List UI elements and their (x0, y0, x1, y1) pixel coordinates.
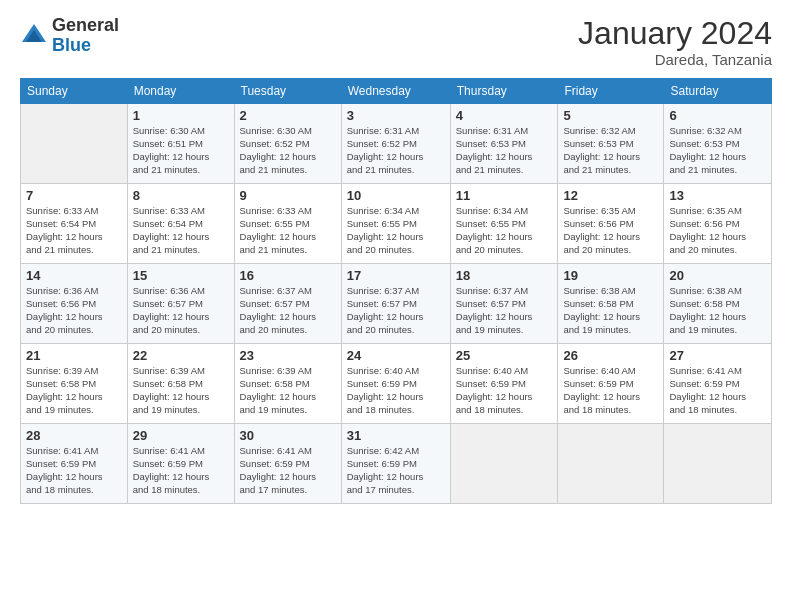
day-number: 25 (456, 348, 553, 363)
calendar-header: SundayMondayTuesdayWednesdayThursdayFrid… (21, 79, 772, 104)
header-day-sunday: Sunday (21, 79, 128, 104)
day-number: 8 (133, 188, 229, 203)
calendar-cell: 3Sunrise: 6:31 AM Sunset: 6:52 PM Daylig… (341, 104, 450, 184)
logo-blue-text: Blue (52, 36, 119, 56)
calendar-cell: 22Sunrise: 6:39 AM Sunset: 6:58 PM Dayli… (127, 344, 234, 424)
logo-text: General Blue (52, 16, 119, 56)
calendar-body: 1Sunrise: 6:30 AM Sunset: 6:51 PM Daylig… (21, 104, 772, 504)
header-day-saturday: Saturday (664, 79, 772, 104)
day-info: Sunrise: 6:37 AM Sunset: 6:57 PM Dayligh… (240, 285, 336, 336)
calendar-cell: 2Sunrise: 6:30 AM Sunset: 6:52 PM Daylig… (234, 104, 341, 184)
day-number: 22 (133, 348, 229, 363)
day-number: 7 (26, 188, 122, 203)
calendar-cell: 16Sunrise: 6:37 AM Sunset: 6:57 PM Dayli… (234, 264, 341, 344)
day-number: 16 (240, 268, 336, 283)
calendar-cell: 26Sunrise: 6:40 AM Sunset: 6:59 PM Dayli… (558, 344, 664, 424)
calendar-cell: 6Sunrise: 6:32 AM Sunset: 6:53 PM Daylig… (664, 104, 772, 184)
day-info: Sunrise: 6:40 AM Sunset: 6:59 PM Dayligh… (347, 365, 445, 416)
calendar-cell: 20Sunrise: 6:38 AM Sunset: 6:58 PM Dayli… (664, 264, 772, 344)
day-number: 1 (133, 108, 229, 123)
day-number: 9 (240, 188, 336, 203)
calendar-cell: 30Sunrise: 6:41 AM Sunset: 6:59 PM Dayli… (234, 424, 341, 504)
day-info: Sunrise: 6:41 AM Sunset: 6:59 PM Dayligh… (133, 445, 229, 496)
day-info: Sunrise: 6:39 AM Sunset: 6:58 PM Dayligh… (133, 365, 229, 416)
month-title: January 2024 (578, 16, 772, 51)
day-number: 4 (456, 108, 553, 123)
calendar-cell: 8Sunrise: 6:33 AM Sunset: 6:54 PM Daylig… (127, 184, 234, 264)
day-info: Sunrise: 6:31 AM Sunset: 6:53 PM Dayligh… (456, 125, 553, 176)
header-day-thursday: Thursday (450, 79, 558, 104)
day-info: Sunrise: 6:38 AM Sunset: 6:58 PM Dayligh… (669, 285, 766, 336)
calendar-cell: 13Sunrise: 6:35 AM Sunset: 6:56 PM Dayli… (664, 184, 772, 264)
day-info: Sunrise: 6:34 AM Sunset: 6:55 PM Dayligh… (347, 205, 445, 256)
day-number: 5 (563, 108, 658, 123)
day-info: Sunrise: 6:32 AM Sunset: 6:53 PM Dayligh… (669, 125, 766, 176)
day-info: Sunrise: 6:36 AM Sunset: 6:56 PM Dayligh… (26, 285, 122, 336)
calendar-cell: 7Sunrise: 6:33 AM Sunset: 6:54 PM Daylig… (21, 184, 128, 264)
day-number: 29 (133, 428, 229, 443)
calendar-cell: 10Sunrise: 6:34 AM Sunset: 6:55 PM Dayli… (341, 184, 450, 264)
day-number: 6 (669, 108, 766, 123)
day-number: 10 (347, 188, 445, 203)
day-info: Sunrise: 6:40 AM Sunset: 6:59 PM Dayligh… (456, 365, 553, 416)
day-number: 18 (456, 268, 553, 283)
calendar-cell: 23Sunrise: 6:39 AM Sunset: 6:58 PM Dayli… (234, 344, 341, 424)
day-info: Sunrise: 6:33 AM Sunset: 6:54 PM Dayligh… (133, 205, 229, 256)
day-number: 31 (347, 428, 445, 443)
day-info: Sunrise: 6:30 AM Sunset: 6:52 PM Dayligh… (240, 125, 336, 176)
calendar-cell: 17Sunrise: 6:37 AM Sunset: 6:57 PM Dayli… (341, 264, 450, 344)
header-day-friday: Friday (558, 79, 664, 104)
header-day-monday: Monday (127, 79, 234, 104)
day-info: Sunrise: 6:38 AM Sunset: 6:58 PM Dayligh… (563, 285, 658, 336)
logo-icon (20, 22, 48, 50)
day-number: 13 (669, 188, 766, 203)
day-info: Sunrise: 6:33 AM Sunset: 6:54 PM Dayligh… (26, 205, 122, 256)
calendar-cell: 21Sunrise: 6:39 AM Sunset: 6:58 PM Dayli… (21, 344, 128, 424)
week-row-1: 1Sunrise: 6:30 AM Sunset: 6:51 PM Daylig… (21, 104, 772, 184)
calendar-cell (664, 424, 772, 504)
header-day-tuesday: Tuesday (234, 79, 341, 104)
day-number: 3 (347, 108, 445, 123)
day-number: 2 (240, 108, 336, 123)
logo: General Blue (20, 16, 119, 56)
header: General Blue January 2024 Dareda, Tanzan… (20, 16, 772, 68)
header-row: SundayMondayTuesdayWednesdayThursdayFrid… (21, 79, 772, 104)
day-info: Sunrise: 6:40 AM Sunset: 6:59 PM Dayligh… (563, 365, 658, 416)
day-info: Sunrise: 6:34 AM Sunset: 6:55 PM Dayligh… (456, 205, 553, 256)
calendar-cell: 14Sunrise: 6:36 AM Sunset: 6:56 PM Dayli… (21, 264, 128, 344)
calendar-cell: 15Sunrise: 6:36 AM Sunset: 6:57 PM Dayli… (127, 264, 234, 344)
day-number: 21 (26, 348, 122, 363)
page: General Blue January 2024 Dareda, Tanzan… (0, 0, 792, 612)
logo-general-text: General (52, 16, 119, 36)
day-number: 12 (563, 188, 658, 203)
calendar-cell: 1Sunrise: 6:30 AM Sunset: 6:51 PM Daylig… (127, 104, 234, 184)
day-info: Sunrise: 6:39 AM Sunset: 6:58 PM Dayligh… (240, 365, 336, 416)
calendar-cell: 31Sunrise: 6:42 AM Sunset: 6:59 PM Dayli… (341, 424, 450, 504)
calendar-cell: 28Sunrise: 6:41 AM Sunset: 6:59 PM Dayli… (21, 424, 128, 504)
calendar-cell: 18Sunrise: 6:37 AM Sunset: 6:57 PM Dayli… (450, 264, 558, 344)
day-info: Sunrise: 6:32 AM Sunset: 6:53 PM Dayligh… (563, 125, 658, 176)
calendar-cell: 11Sunrise: 6:34 AM Sunset: 6:55 PM Dayli… (450, 184, 558, 264)
day-info: Sunrise: 6:36 AM Sunset: 6:57 PM Dayligh… (133, 285, 229, 336)
day-number: 20 (669, 268, 766, 283)
calendar-cell: 24Sunrise: 6:40 AM Sunset: 6:59 PM Dayli… (341, 344, 450, 424)
day-number: 23 (240, 348, 336, 363)
day-number: 19 (563, 268, 658, 283)
day-number: 14 (26, 268, 122, 283)
day-info: Sunrise: 6:42 AM Sunset: 6:59 PM Dayligh… (347, 445, 445, 496)
day-info: Sunrise: 6:41 AM Sunset: 6:59 PM Dayligh… (240, 445, 336, 496)
header-day-wednesday: Wednesday (341, 79, 450, 104)
day-info: Sunrise: 6:30 AM Sunset: 6:51 PM Dayligh… (133, 125, 229, 176)
day-number: 28 (26, 428, 122, 443)
day-number: 27 (669, 348, 766, 363)
week-row-5: 28Sunrise: 6:41 AM Sunset: 6:59 PM Dayli… (21, 424, 772, 504)
week-row-4: 21Sunrise: 6:39 AM Sunset: 6:58 PM Dayli… (21, 344, 772, 424)
day-info: Sunrise: 6:35 AM Sunset: 6:56 PM Dayligh… (563, 205, 658, 256)
calendar-cell: 4Sunrise: 6:31 AM Sunset: 6:53 PM Daylig… (450, 104, 558, 184)
location: Dareda, Tanzania (578, 51, 772, 68)
day-number: 17 (347, 268, 445, 283)
calendar-cell (21, 104, 128, 184)
day-number: 11 (456, 188, 553, 203)
title-block: January 2024 Dareda, Tanzania (578, 16, 772, 68)
day-info: Sunrise: 6:33 AM Sunset: 6:55 PM Dayligh… (240, 205, 336, 256)
